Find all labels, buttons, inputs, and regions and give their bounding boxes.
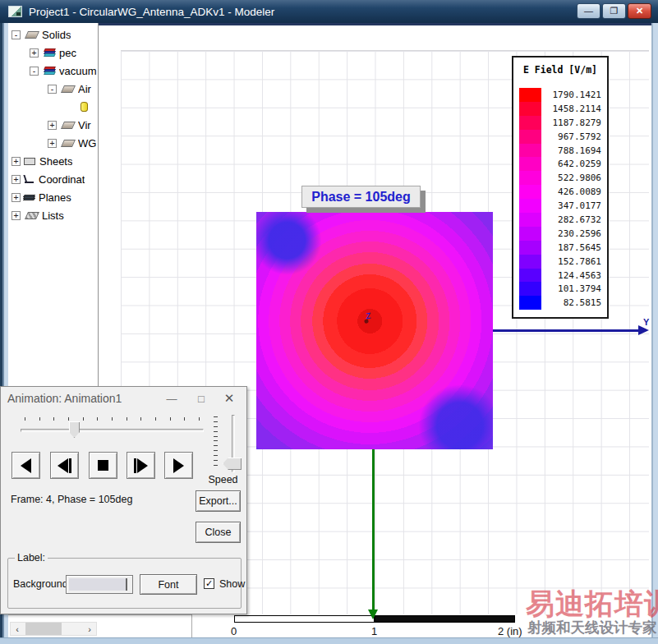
modeler-window: Project1 - CircularWG_Antenna_ADKv1 - Mo… [0, 0, 658, 644]
background-label: Background: [13, 578, 71, 590]
tree-item-label[interactable]: Sheets [39, 155, 72, 168]
font-button[interactable]: Font [140, 574, 197, 595]
dialog-close-icon[interactable]: ✕ [217, 387, 242, 410]
legend-swatch [519, 213, 541, 227]
frame-slider-track[interactable] [21, 429, 204, 432]
legend-value: 1790.1421 [541, 88, 601, 102]
scrollbar-thumb[interactable] [25, 623, 62, 635]
legend-swatch [519, 241, 541, 255]
sheet-icon [24, 158, 35, 165]
scroll-right-icon[interactable]: › [83, 623, 96, 635]
z-axis-arrow-icon [368, 610, 378, 619]
export-button[interactable]: Export... [196, 490, 241, 512]
tree-item-label[interactable]: Vir [78, 119, 91, 131]
e-field-legend: E Field [V/m] 1790.1421 1458.2114 1187.8… [512, 56, 609, 319]
show-checkbox-label[interactable]: Show [219, 578, 245, 590]
legend-swatch [519, 102, 541, 116]
expander-icon[interactable]: + [12, 175, 21, 184]
speed-slider-ticks [214, 416, 218, 470]
y-axis-line [493, 329, 640, 332]
play-forward-button[interactable] [164, 452, 193, 479]
expander-icon[interactable]: + [12, 211, 21, 220]
window-title: Project1 - CircularWG_Antenna_ADKv1 - Mo… [29, 6, 274, 18]
legend-swatch [519, 130, 541, 144]
tree-item-sheets[interactable]: + Sheets [8, 152, 98, 170]
tree-horizontal-scrollbar[interactable]: ‹ › [10, 622, 97, 636]
legend-swatch [519, 157, 541, 171]
expander-icon[interactable]: + [30, 48, 39, 58]
expander-icon[interactable]: + [12, 193, 21, 202]
legend-swatch [519, 144, 541, 158]
tree-item-solids[interactable]: - Solids [8, 25, 98, 44]
legend-swatch [519, 171, 541, 185]
step-back-button[interactable] [50, 452, 79, 479]
tree-item-label[interactable]: Planes [39, 191, 71, 204]
scroll-left-icon[interactable]: ‹ [11, 623, 24, 635]
legend-swatch [519, 88, 541, 102]
show-checkbox[interactable]: ✓ [204, 578, 214, 589]
phase-label: Phase = 105deg [301, 186, 421, 208]
tree-item-label[interactable]: Lists [42, 209, 64, 222]
legend-value: 967.5792 [541, 130, 601, 144]
expander-icon[interactable]: - [30, 67, 39, 76]
window-frame-right [651, 23, 658, 637]
expander-icon[interactable]: + [48, 121, 57, 130]
tree-item-planes[interactable]: + Planes [8, 188, 98, 206]
legend-swatch [519, 269, 541, 283]
solid-box-icon [61, 122, 76, 129]
tree-item-label[interactable]: WG [78, 137, 96, 150]
tree-item-vir[interactable]: + Vir [8, 116, 98, 134]
ruler-tick-label: 2 (in) [498, 625, 522, 637]
solid-box-icon [61, 85, 76, 93]
panel-divider [191, 614, 192, 637]
legend-title: E Field [V/m] [519, 64, 601, 76]
legend-swatch [519, 185, 541, 199]
expander-icon[interactable]: - [48, 85, 57, 94]
title-bar[interactable]: Project1 - CircularWG_Antenna_ADKv1 - Mo… [0, 0, 658, 23]
expander-icon[interactable]: - [12, 30, 21, 39]
tree-item-label[interactable]: Air [78, 83, 91, 95]
frame-slider-thumb[interactable] [69, 421, 80, 438]
scale-ruler-black-segment [375, 615, 515, 623]
dialog-minimize-button[interactable]: — [159, 387, 184, 410]
tree-item-air[interactable]: - Air [8, 80, 98, 98]
legend-value: 642.0259 [541, 157, 601, 171]
tree-item-label[interactable]: vacuum [59, 65, 97, 77]
step-forward-button[interactable] [127, 452, 155, 479]
background-color-button[interactable] [66, 575, 133, 594]
play-reverse-button[interactable] [12, 452, 40, 479]
tree-item-wg[interactable]: + WG [8, 134, 98, 152]
animation-dialog[interactable]: Animation: Animation1 — □ ✕ Speed Frame:… [0, 386, 247, 614]
minimize-button[interactable]: — [577, 3, 600, 19]
stop-button[interactable] [89, 452, 117, 479]
tree-item-label[interactable]: pec [59, 47, 76, 59]
maximize-button[interactable]: ❐ [602, 3, 626, 19]
dialog-close-button[interactable]: Close [196, 522, 241, 543]
tree-item-pec[interactable]: + pec [8, 44, 98, 62]
expander-icon[interactable]: + [48, 139, 57, 148]
tree-item-vacuum[interactable]: - vacuum [8, 62, 98, 80]
tree-item-lists[interactable]: + Lists [8, 206, 98, 224]
legend-swatch [519, 199, 541, 213]
e-field-contour-plot[interactable]: z [256, 212, 493, 449]
app-icon [8, 6, 22, 17]
speed-slider-thumb[interactable] [223, 458, 242, 470]
z-axis-line [372, 449, 375, 610]
legend-value: 282.6732 [541, 213, 601, 227]
tree-item-label[interactable]: Coordinat [39, 173, 85, 186]
solid-box-icon [25, 31, 39, 39]
tree-item-cylinder[interactable] [8, 98, 98, 116]
window-frame-bottom [0, 637, 658, 644]
expander-icon[interactable]: + [12, 157, 21, 166]
close-button[interactable]: ✕ [628, 3, 651, 19]
play-reverse-icon [21, 458, 31, 473]
tree-item-label[interactable]: Solids [42, 29, 71, 41]
coordinate-system-icon [24, 174, 35, 184]
scale-ruler-white-segment [234, 615, 375, 623]
tree-item-coordinates[interactable]: + Coordinat [8, 170, 98, 188]
play-forward-icon [173, 458, 184, 473]
dialog-maximize-button[interactable]: □ [189, 387, 214, 410]
legend-value: 230.2596 [541, 227, 601, 241]
label-group-box: Label: Background: Font ✓ Show [7, 558, 242, 609]
legend-value: 1458.2114 [541, 102, 601, 116]
